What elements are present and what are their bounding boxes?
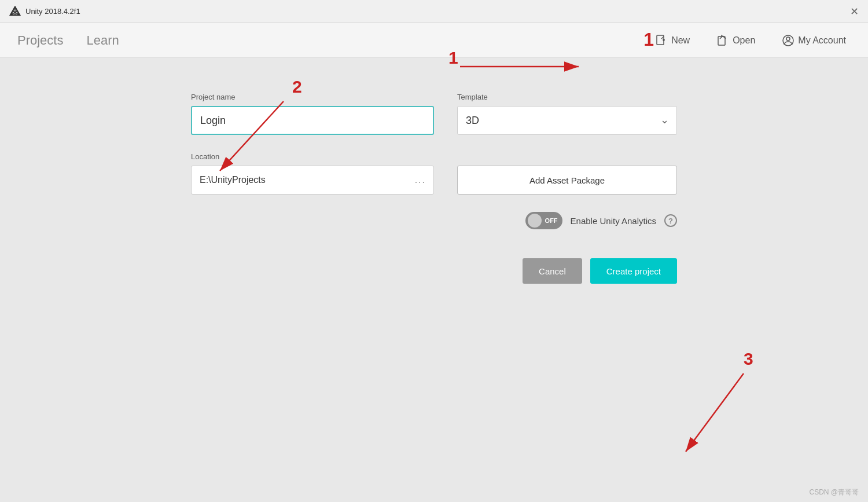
watermark: CSDN @青哥哥 [809,488,859,497]
cancel-button[interactable]: Cancel [523,258,582,284]
template-label: Template [457,93,677,101]
toggle-knob [528,214,542,228]
project-name-group: Project name [191,93,434,135]
location-input[interactable] [191,166,434,195]
project-name-label: Project name [191,93,434,101]
analytics-toggle-container: OFF [525,212,562,229]
open-button[interactable]: Open [712,32,760,49]
location-browse-button[interactable]: ... [415,175,426,185]
template-group: Template 3D 2D 3D With Extras High Defin… [457,93,677,135]
analytics-help-icon[interactable]: ? [664,214,677,227]
location-input-wrapper: ... [191,166,434,195]
right-column: Template 3D 2D 3D With Extras High Defin… [457,93,677,195]
template-select-wrapper: 3D 2D 3D With Extras High Definition RP … [457,106,677,135]
left-column: Project name Location ... [191,93,434,195]
main-content: Project name Location ... Template [0,58,868,502]
account-icon [782,34,795,47]
my-account-button[interactable]: My Account [777,32,851,49]
tab-projects[interactable]: Projects [17,31,63,50]
my-account-label: My Account [798,35,846,46]
location-label: Location [191,152,434,161]
title-bar: Unity 2018.4.2f1 ✕ [0,0,868,23]
tab-learn[interactable]: Learn [86,31,119,50]
analytics-toggle[interactable]: OFF [525,212,562,229]
svg-line-20 [686,373,744,452]
analytics-label: Enable Unity Analytics [571,216,656,226]
add-asset-package-button[interactable]: Add Asset Package [457,166,677,195]
new-button-label: New [671,35,690,46]
action-row: Cancel Create project [191,258,677,284]
create-project-button[interactable]: Create project [590,258,677,284]
form-container: Project name Location ... Template [156,93,712,284]
form-row-1: Project name Location ... Template [191,93,677,195]
location-group: Location ... [191,152,434,195]
app-title: Unity 2018.4.2f1 [25,7,80,16]
new-button[interactable]: New [650,32,694,49]
svg-text:3: 3 [744,349,753,368]
title-bar-left: Unity 2018.4.2f1 [9,6,80,17]
unity-logo-icon [9,6,21,17]
open-button-label: Open [733,35,755,46]
svg-point-11 [786,37,790,41]
new-project-icon [655,34,668,47]
nav-actions: New Open My Account [650,32,851,49]
toggle-label: OFF [545,217,558,224]
open-icon [716,34,729,47]
nav-tabs: Projects Learn [17,31,650,50]
template-select[interactable]: 3D 2D 3D With Extras High Definition RP … [457,106,677,135]
nav-bar: Projects Learn New Open [0,23,868,58]
close-button[interactable]: ✕ [850,6,859,17]
add-asset-group: Add Asset Package [457,152,677,195]
project-name-input[interactable] [191,106,434,135]
add-asset-spacer [457,152,677,161]
analytics-row: OFF Enable Unity Analytics ? [191,212,677,229]
